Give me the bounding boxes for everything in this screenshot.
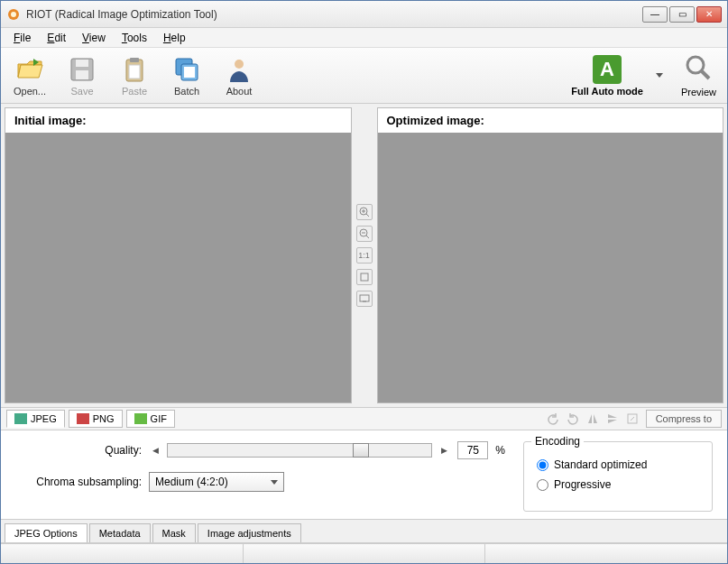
tab-image-adjustments[interactable]: Image adjustments [198, 523, 301, 542]
svg-rect-21 [361, 273, 368, 281]
zoom-tools: 1:1 [354, 107, 375, 403]
encoding-progressive-input[interactable] [537, 479, 548, 491]
encoding-standard-label: Standard optimized [554, 458, 647, 471]
auto-mode-group: A Full Auto mode [567, 53, 668, 98]
menu-help[interactable]: Help [156, 30, 193, 46]
options-panel: Quality: ◀ ▶ % Chroma subsampling: Mediu… [1, 430, 727, 520]
fit-screen-icon[interactable] [356, 291, 373, 307]
menu-file[interactable]: File [6, 30, 38, 46]
statusbar [1, 543, 727, 563]
chroma-label: Chroma subsampling: [15, 476, 142, 488]
app-icon [6, 7, 21, 22]
tab-jpeg-options[interactable]: JPEG Options [5, 523, 88, 542]
batch-button[interactable]: Batch [165, 51, 208, 101]
menu-view[interactable]: View [75, 30, 113, 46]
status-cell-1 [1, 544, 244, 563]
encoding-progressive-label: Progressive [554, 478, 611, 491]
chroma-row: Chroma subsampling: Medium (4:2:0) [15, 472, 505, 492]
quality-slider[interactable] [167, 443, 432, 458]
format-actions: Compress to [547, 410, 722, 428]
format-tab-jpeg[interactable]: JPEG [6, 410, 65, 428]
encoding-progressive-radio[interactable]: Progressive [537, 478, 699, 491]
window-controls: — ▭ ✕ [642, 6, 722, 23]
format-tab-gif[interactable]: GIF [126, 410, 175, 428]
open-label: Open... [14, 86, 46, 97]
svg-rect-6 [130, 58, 139, 62]
minimize-button[interactable]: — [642, 6, 668, 23]
rotate-ccw-icon[interactable] [547, 412, 559, 425]
png-icon [77, 413, 89, 424]
fit-window-icon[interactable] [356, 269, 373, 285]
svg-point-11 [235, 60, 244, 69]
zoom-out-icon[interactable] [356, 226, 373, 242]
quality-input[interactable] [457, 441, 488, 459]
encoding-standard-radio[interactable]: Standard optimized [537, 458, 699, 471]
tab-metadata[interactable]: Metadata [89, 523, 151, 542]
initial-header: Initial image: [5, 108, 351, 133]
batch-icon [172, 55, 201, 84]
svg-rect-10 [184, 67, 195, 78]
person-icon [225, 55, 253, 84]
paste-button[interactable]: Paste [113, 51, 156, 101]
flip-vertical-icon[interactable] [606, 412, 619, 425]
jpeg-icon [14, 413, 27, 424]
menubar: File Edit View Tools Help [1, 28, 727, 48]
encoding-group: Encoding Standard optimized Progressive [523, 441, 713, 512]
about-button[interactable]: About [217, 51, 261, 101]
svg-point-12 [687, 57, 704, 73]
folder-open-icon [15, 55, 44, 84]
quality-slider-wrap: ◀ ▶ [149, 443, 450, 458]
svg-line-19 [366, 236, 369, 238]
compress-to-button[interactable]: Compress to [646, 410, 722, 428]
rotate-cw-icon[interactable] [567, 412, 579, 425]
auto-mode-icon: A [593, 55, 622, 84]
auto-mode-dropdown[interactable] [656, 73, 663, 78]
quality-section: Quality: ◀ ▶ % Chroma subsampling: Mediu… [15, 441, 505, 492]
about-label: About [226, 86, 253, 97]
quality-decrease-button[interactable]: ◀ [149, 443, 161, 458]
window-title: RIOT (Radical Image Optimization Tool) [26, 8, 642, 21]
encoding-legend: Encoding [531, 435, 584, 448]
maximize-button[interactable]: ▭ [669, 6, 695, 23]
format-tab-png[interactable]: PNG [69, 410, 123, 428]
save-button[interactable]: Save [60, 51, 104, 101]
auto-mode-button[interactable]: A Full Auto mode [567, 53, 647, 98]
open-button[interactable]: Open... [8, 51, 51, 101]
floppy-disk-icon [68, 55, 97, 84]
menu-edit[interactable]: Edit [40, 30, 73, 46]
gif-icon [134, 413, 147, 424]
paste-label: Paste [122, 86, 147, 97]
preview-button[interactable]: Preview [677, 51, 720, 99]
save-label: Save [70, 86, 93, 97]
clipboard-icon [120, 55, 149, 84]
tab-mask[interactable]: Mask [152, 523, 196, 542]
optimized-canvas[interactable] [378, 133, 723, 402]
resize-icon[interactable] [626, 412, 639, 425]
image-area: Initial image: 1:1 Optimized image: [1, 104, 727, 407]
svg-rect-4 [76, 70, 88, 79]
main-window: RIOT (Radical Image Optimization Tool) —… [0, 0, 728, 564]
format-tab-jpeg-label: JPEG [31, 413, 57, 424]
close-button[interactable]: ✕ [696, 6, 722, 23]
chroma-select[interactable]: Medium (4:2:0) [149, 472, 284, 492]
zoom-actual-icon[interactable]: 1:1 [356, 247, 373, 264]
flip-horizontal-icon[interactable] [586, 412, 599, 425]
svg-rect-3 [76, 60, 88, 67]
format-tab-png-label: PNG [93, 413, 115, 424]
zoom-in-icon[interactable] [356, 204, 373, 220]
quality-slider-thumb[interactable] [353, 443, 369, 458]
encoding-standard-input[interactable] [537, 459, 548, 471]
format-bar: JPEG PNG GIF Compress to [1, 407, 727, 430]
quality-increase-button[interactable]: ▶ [438, 443, 450, 458]
optimized-panel: Optimized image: [377, 107, 724, 403]
initial-panel: Initial image: [5, 107, 352, 403]
status-cell-2 [244, 544, 486, 563]
svg-point-1 [11, 12, 16, 17]
initial-canvas[interactable] [5, 133, 351, 402]
menu-tools[interactable]: Tools [115, 30, 154, 46]
svg-line-15 [366, 214, 369, 217]
titlebar: RIOT (Radical Image Optimization Tool) —… [1, 1, 727, 28]
svg-rect-22 [360, 295, 369, 301]
toolbar: Open... Save Paste Batch About [1, 48, 727, 104]
preview-label: Preview [681, 87, 716, 97]
